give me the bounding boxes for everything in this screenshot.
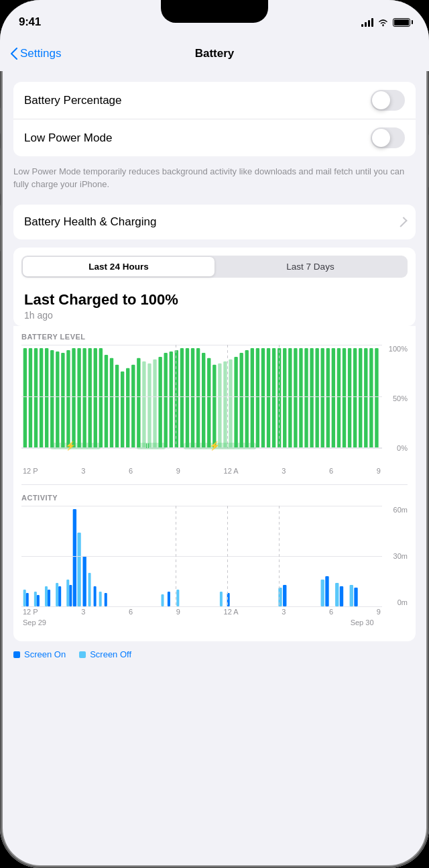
grid-line-100 — [21, 345, 382, 345]
svg-rect-44 — [256, 348, 259, 448]
silent-switch[interactable] — [0, 107, 1, 134]
svg-rect-75 — [66, 580, 69, 606]
svg-rect-67 — [23, 590, 26, 606]
battery-y-labels: 100% 50% 0% — [389, 345, 408, 466]
svg-rect-28 — [170, 351, 173, 448]
svg-rect-38 — [223, 362, 227, 448]
svg-rect-7 — [56, 351, 59, 448]
svg-rect-86 — [176, 590, 179, 606]
x-label-3: 3 — [81, 467, 85, 475]
screen-off-label: Screen Off — [90, 649, 131, 659]
battery-icon — [393, 18, 410, 27]
svg-rect-91 — [321, 580, 324, 606]
svg-rect-93 — [335, 583, 339, 606]
time-segment-control[interactable]: Last 24 Hours Last 7 Days — [21, 256, 408, 278]
svg-rect-41 — [239, 353, 243, 448]
bolt-icon-2: ⚡ — [209, 441, 220, 451]
svg-rect-18 — [115, 364, 119, 447]
svg-rect-63 — [359, 348, 362, 448]
svg-rect-8 — [61, 353, 64, 448]
act-vert-2 — [125, 506, 125, 606]
svg-rect-6 — [50, 350, 54, 448]
charge-title: Last Charged to 100% — [24, 291, 405, 309]
svg-rect-3 — [34, 348, 38, 448]
svg-rect-62 — [353, 348, 357, 448]
segment-24h[interactable]: Last 24 Hours — [23, 257, 214, 276]
nav-bar: Settings Battery — [0, 36, 429, 71]
battery-health-group: Battery Health & Charging — [13, 205, 416, 239]
back-button[interactable]: Settings — [11, 47, 61, 60]
svg-rect-87 — [220, 592, 223, 606]
svg-rect-78 — [77, 533, 80, 606]
svg-rect-90 — [283, 585, 286, 606]
svg-rect-31 — [186, 348, 189, 448]
status-icons — [361, 17, 410, 27]
activity-title: ACTIVITY — [21, 494, 408, 502]
act-y-60: 60m — [393, 506, 408, 514]
screen-on-label: Screen On — [24, 649, 66, 659]
svg-rect-65 — [369, 348, 373, 448]
charge-subtitle: 1h ago — [24, 310, 405, 321]
chart-divider — [21, 484, 408, 485]
svg-point-0 — [382, 24, 383, 25]
svg-rect-29 — [175, 350, 178, 448]
content-area: Battery Percentage Low Power Mode Low Po… — [0, 71, 429, 868]
battery-health-row[interactable]: Battery Health & Charging — [13, 205, 416, 239]
svg-rect-50 — [288, 348, 292, 448]
svg-rect-23 — [142, 362, 145, 448]
act-grid-top — [21, 506, 382, 506]
svg-rect-45 — [261, 348, 265, 448]
svg-rect-64 — [364, 348, 367, 448]
vert-line-1 — [73, 345, 74, 448]
legend-screen-off[interactable]: Screen Off — [79, 649, 131, 659]
act-vert-5 — [279, 506, 280, 606]
date-sep29: Sep 29 — [23, 618, 46, 627]
svg-rect-51 — [294, 348, 297, 448]
chevron-right-icon — [397, 217, 408, 227]
y-label-50: 50% — [389, 394, 408, 402]
activity-chart: 60m 30m 0m — [21, 506, 408, 606]
svg-rect-70 — [37, 595, 40, 606]
screen-off-color-dot — [79, 651, 86, 658]
low-power-mode-row[interactable]: Low Power Mode — [13, 119, 416, 156]
volume-up-button[interactable] — [0, 148, 1, 195]
act-vert-3 — [176, 506, 176, 606]
battery-level-chart-section: BATTERY LEVEL — [21, 326, 408, 482]
status-bar: 9:41 — [0, 0, 429, 36]
y-label-100: 100% — [389, 345, 408, 353]
signal-bar-3 — [368, 20, 370, 27]
x-label-9-2: 9 — [377, 467, 381, 475]
svg-rect-52 — [299, 348, 302, 448]
svg-rect-11 — [77, 348, 80, 448]
svg-rect-17 — [110, 358, 113, 448]
svg-rect-81 — [94, 586, 97, 606]
svg-rect-26 — [158, 357, 162, 448]
svg-rect-14 — [94, 348, 97, 448]
battery-percentage-row[interactable]: Battery Percentage — [13, 82, 416, 119]
svg-rect-48 — [278, 348, 281, 448]
svg-rect-24 — [147, 364, 151, 448]
segment-7d[interactable]: Last 7 Days — [214, 257, 406, 276]
battery-level-title: BATTERY LEVEL — [21, 333, 408, 341]
act-vert-6 — [330, 506, 331, 606]
svg-rect-53 — [304, 348, 308, 448]
legend-screen-on[interactable]: Screen On — [13, 649, 66, 659]
vert-line-5 — [279, 345, 280, 448]
volume-down-button[interactable] — [0, 205, 1, 252]
battery-level-chart: ⚡ ⏸ ⚡ 100% 50% 0% — [21, 345, 408, 466]
svg-rect-20 — [126, 368, 129, 447]
bolt-icon-1: ⚡ — [65, 441, 76, 451]
date-labels: Sep 29 Sep 30 — [21, 618, 382, 627]
notch — [161, 0, 268, 23]
low-power-mode-toggle[interactable] — [371, 127, 405, 148]
toggle-knob — [372, 91, 390, 109]
chart-container: Last 24 Hours Last 7 Days Last Charged t… — [13, 248, 416, 326]
svg-rect-61 — [348, 348, 351, 448]
x-label-6: 6 — [129, 467, 133, 475]
svg-rect-85 — [168, 592, 170, 606]
low-power-mode-label: Low Power Mode — [24, 131, 112, 145]
svg-rect-5 — [45, 348, 48, 448]
battery-percentage-toggle[interactable] — [371, 90, 405, 111]
svg-rect-83 — [105, 593, 107, 606]
act-x-9: 9 — [176, 608, 180, 616]
